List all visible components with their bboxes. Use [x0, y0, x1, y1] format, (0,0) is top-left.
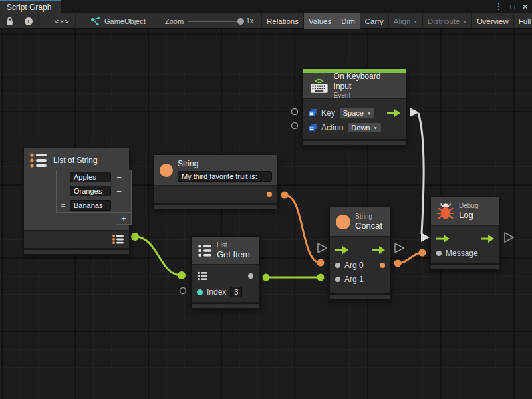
key-label: Key: [321, 108, 335, 118]
zoom-slider-handle[interactable]: [237, 18, 244, 25]
wire-end-dot[interactable]: [317, 274, 325, 281]
node-debug-log[interactable]: Debug Log Message: [430, 196, 500, 270]
message-input-port[interactable]: [436, 251, 442, 256]
list-item-row: = Oranges −: [57, 184, 131, 198]
log-flow-out-port[interactable]: [505, 233, 513, 242]
node-concat[interactable]: String Concat Arg 0: [329, 207, 391, 299]
node-header[interactable]: List of String = Apples − = Oranges − =: [24, 148, 129, 231]
index-input-port[interactable]: [197, 289, 203, 295]
white-list-icon: [198, 244, 212, 257]
gameobject-label: GameObject: [104, 17, 146, 25]
zoom-value: 1x: [246, 17, 253, 25]
node-header[interactable]: Debug Log: [431, 197, 499, 226]
string-output-port[interactable]: [267, 192, 272, 197]
arg1-input-port[interactable]: [335, 277, 340, 282]
bug-icon: [437, 202, 454, 220]
node-title: Log: [459, 210, 478, 221]
info-icon: i: [25, 17, 33, 25]
list-item-field[interactable]: Apples: [70, 172, 111, 182]
node-header[interactable]: List Get Item: [192, 237, 259, 265]
wire-concat-to-log-message[interactable]: [398, 253, 422, 263]
node-list-of-string[interactable]: List of String = Apples − = Oranges − =: [23, 148, 130, 255]
flow-out-arrow-icon[interactable]: [372, 246, 385, 254]
node-header[interactable]: On Keyboard Input Event: [303, 73, 406, 99]
distribute-button[interactable]: Distribute ▼: [422, 13, 471, 29]
list-item-field[interactable]: Bananas: [70, 200, 111, 211]
lock-button[interactable]: [0, 13, 19, 29]
log-flow-in-port[interactable]: [421, 233, 430, 242]
node-footer: [303, 139, 406, 145]
graph-canvas[interactable]: On Keyboard Input Event Key Space ▼: [0, 29, 532, 399]
remove-item-button[interactable]: −: [113, 172, 125, 182]
string-icon: [336, 215, 350, 229]
drag-handle[interactable]: =: [59, 201, 68, 210]
concat-flow-in-port[interactable]: [318, 243, 327, 253]
kebab-menu-icon[interactable]: ⋮: [495, 0, 503, 13]
script-graph-window: Script Graph ⋮ □ × i <×>: [0, 0, 532, 399]
wire-end-dot[interactable]: [281, 192, 289, 199]
list-input-port[interactable]: [197, 271, 209, 281]
drag-handle[interactable]: =: [59, 186, 68, 196]
wire-string-to-concat-arg0[interactable]: [285, 195, 321, 263]
node-string-literal[interactable]: String My third favorite fruit is:: [153, 154, 278, 209]
zoom-label: Zoom: [165, 17, 184, 25]
node-get-item[interactable]: List Get Item: [191, 236, 259, 309]
wire-end-dot[interactable]: [317, 259, 325, 267]
arg1-label: Arg 1: [344, 275, 364, 284]
values-button[interactable]: Values: [303, 13, 336, 29]
getitem-index-port[interactable]: [180, 288, 186, 294]
flow-in-arrow-icon[interactable]: [436, 235, 450, 243]
carry-button[interactable]: Carry: [360, 13, 388, 29]
code-view-button[interactable]: <×>: [49, 13, 76, 29]
node-category: String: [355, 213, 382, 221]
arg0-input-port[interactable]: [335, 263, 340, 268]
remove-item-button[interactable]: −: [113, 186, 125, 196]
close-icon[interactable]: ×: [522, 0, 528, 13]
keyboard-action-port[interactable]: [292, 123, 298, 129]
node-header[interactable]: String My third favorite fruit is:: [154, 155, 277, 186]
flow-out-arrow-icon[interactable]: [387, 109, 400, 117]
relations-button[interactable]: Relations: [261, 13, 303, 29]
fullscreen-button[interactable]: Full Scre: [513, 13, 532, 29]
drag-handle[interactable]: =: [59, 172, 68, 182]
flow-out-arrow-icon[interactable]: [481, 235, 494, 243]
item-output-port[interactable]: [248, 273, 253, 279]
node-subtitle: Event: [334, 92, 400, 100]
tab-script-graph[interactable]: Script Graph: [0, 0, 61, 13]
index-value-field[interactable]: 3: [230, 287, 242, 297]
dim-button[interactable]: Dim: [336, 13, 359, 29]
concat-flow-out-port[interactable]: [395, 243, 404, 253]
action-dropdown[interactable]: Down ▼: [347, 122, 382, 133]
node-header[interactable]: String Concat: [330, 207, 390, 237]
node-category: List: [217, 241, 250, 249]
wire-end-dot[interactable]: [178, 271, 186, 279]
wire-keyboard-to-log[interactable]: [418, 113, 424, 234]
gameobject-context[interactable]: GameObject: [90, 13, 146, 29]
wire-end-dot[interactable]: [394, 260, 402, 267]
maximize-icon[interactable]: □: [511, 0, 515, 13]
string-value-field[interactable]: My third favorite fruit is:: [178, 171, 272, 182]
keyboard-key-port[interactable]: [292, 109, 298, 115]
add-item-button[interactable]: +: [116, 213, 132, 225]
wire-end-dot[interactable]: [419, 249, 426, 257]
overview-button[interactable]: Overview: [471, 13, 513, 29]
node-footer: [24, 248, 129, 254]
remove-item-button[interactable]: −: [113, 200, 125, 210]
align-button[interactable]: Align ▼: [388, 13, 422, 29]
key-dropdown[interactable]: Space ▼: [339, 108, 376, 118]
wire-end-dot[interactable]: [131, 233, 139, 241]
node-title: String: [178, 159, 272, 169]
result-output-port[interactable]: [380, 263, 385, 268]
node-on-keyboard-input[interactable]: On Keyboard Input Event Key Space ▼: [303, 68, 406, 146]
wire-end-dot[interactable]: [263, 274, 270, 281]
zoom-slider[interactable]: [188, 21, 242, 22]
message-label: Message: [446, 249, 478, 258]
list-output-port[interactable]: [112, 234, 125, 245]
keyboard-flow-out-port[interactable]: [410, 108, 419, 117]
wire-list-to-getitem[interactable]: [135, 237, 182, 275]
keyboard-icon: [309, 77, 329, 94]
list-item-field[interactable]: Oranges: [70, 186, 111, 196]
node-footer: [192, 302, 259, 308]
flow-in-arrow-icon[interactable]: [335, 246, 348, 254]
inspect-button[interactable]: i: [19, 13, 39, 29]
